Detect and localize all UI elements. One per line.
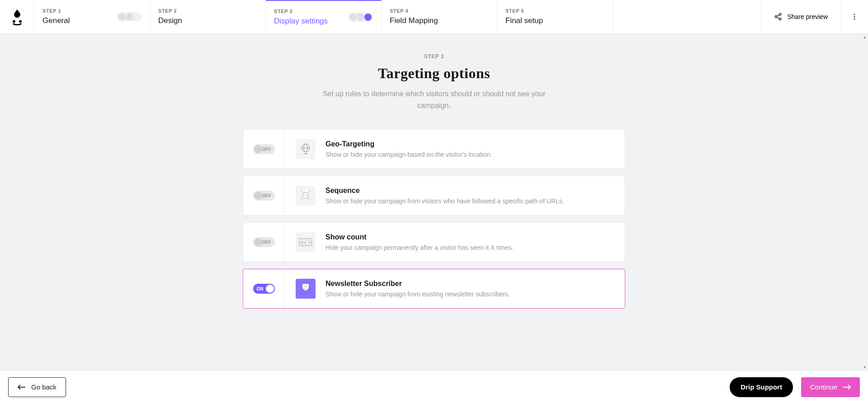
more-menu-button[interactable] — [841, 0, 868, 33]
svg-point-1 — [19, 20, 22, 23]
step-name: Final setup — [505, 16, 604, 25]
card-geo-targeting[interactable]: OFF Geo-Targeting — [243, 129, 625, 169]
page-title: Targeting options — [0, 65, 868, 82]
svg-point-2 — [775, 15, 777, 18]
card-show-count[interactable]: OFF 8 6 0 — [243, 222, 625, 262]
header-steps: STEP 1 General STEP 2 Design STEP 3 Disp… — [0, 0, 868, 33]
go-back-button[interactable]: Go back — [8, 377, 66, 397]
step-tab-field-mapping[interactable]: STEP 4 Field Mapping — [382, 0, 497, 33]
scrollbar[interactable]: ▴ ▾ — [861, 33, 868, 370]
newsletter-icon — [296, 279, 316, 299]
page-subtitle: Set up rules to determine which visitors… — [316, 88, 552, 111]
svg-rect-15 — [303, 193, 308, 198]
step-tab-final-setup[interactable]: STEP 5 Final setup — [497, 0, 613, 33]
svg-text:8: 8 — [300, 241, 302, 244]
step-name: Field Mapping — [390, 16, 489, 25]
svg-line-6 — [777, 17, 779, 19]
card-desc: Show or hide your campaign from visitors… — [326, 197, 564, 205]
arrow-left-icon — [18, 384, 26, 390]
share-preview-label: Share preview — [788, 13, 828, 20]
step-label: STEP 5 — [505, 8, 604, 14]
counter-icon: 8 6 0 — [296, 232, 316, 252]
step-progress-indicator — [349, 13, 373, 22]
step-tab-design[interactable]: STEP 2 Design — [150, 0, 266, 33]
step-label: STEP 4 — [390, 8, 489, 14]
footer-bar: Go back Drip Support Continue — [0, 370, 868, 403]
step-name: Display settings — [274, 17, 328, 26]
svg-point-9 — [854, 18, 855, 19]
share-preview-button[interactable]: Share preview — [761, 0, 841, 33]
card-desc: Show or hide your campaign based on the … — [326, 151, 492, 158]
brand-logo[interactable] — [0, 0, 34, 33]
toggle-show-count[interactable]: OFF — [253, 237, 275, 247]
sequence-icon — [296, 186, 316, 206]
svg-line-5 — [777, 14, 779, 16]
main-content: STEP 3 Targeting options Set up rules to… — [0, 33, 868, 370]
scroll-up-arrow[interactable]: ▴ — [863, 34, 866, 39]
toggle-sequence[interactable]: OFF — [253, 191, 275, 201]
share-icon — [774, 13, 782, 21]
step-tab-display-settings[interactable]: STEP 3 Display settings — [266, 0, 382, 33]
toggle-newsletter-subscriber[interactable]: ON — [253, 284, 275, 294]
svg-point-4 — [779, 18, 781, 20]
svg-point-0 — [13, 20, 15, 23]
page-step-label: STEP 3 — [0, 53, 868, 60]
support-label: Drip Support — [741, 383, 782, 391]
card-title: Sequence — [326, 187, 564, 195]
toggle-geo-targeting[interactable]: OFF — [253, 144, 275, 154]
svg-text:0: 0 — [310, 241, 311, 244]
step-name: General — [42, 16, 70, 25]
arrow-right-icon — [843, 384, 851, 390]
card-title: Geo-Targeting — [326, 140, 492, 148]
continue-label: Continue — [810, 383, 837, 391]
continue-button[interactable]: Continue — [801, 377, 860, 397]
go-back-label: Go back — [31, 383, 57, 391]
toggle-label-off: OFF — [262, 147, 271, 152]
svg-point-7 — [854, 14, 855, 15]
toggle-label-on: ON — [257, 286, 264, 291]
svg-text:6: 6 — [303, 241, 305, 244]
drip-support-button[interactable]: Drip Support — [730, 377, 793, 397]
svg-point-8 — [854, 16, 855, 17]
card-title: Show count — [326, 233, 514, 241]
svg-point-3 — [779, 13, 781, 15]
card-title: Newsletter Subscriber — [326, 280, 510, 288]
kebab-icon — [851, 13, 858, 20]
drip-logo-icon — [11, 8, 24, 25]
step-label: STEP 3 — [274, 9, 328, 14]
card-newsletter-subscriber[interactable]: ON — [243, 269, 625, 309]
scroll-down-arrow[interactable]: ▾ — [863, 365, 866, 370]
step-name: Design — [158, 16, 257, 25]
card-desc: Hide your campaign permanently after a v… — [326, 244, 514, 251]
step-progress-indicator — [117, 12, 142, 21]
step-label: STEP 2 — [158, 8, 257, 14]
step-label: STEP 1 — [42, 8, 70, 14]
toggle-label-off: OFF — [262, 240, 271, 245]
toggle-label-off: OFF — [262, 193, 271, 198]
card-sequence[interactable]: OFF Sequence Show or hide your campaign … — [243, 176, 625, 216]
globe-icon — [296, 139, 316, 159]
card-desc: Show or hide your campaign from existing… — [326, 291, 510, 298]
step-tab-general[interactable]: STEP 1 General — [34, 0, 150, 33]
